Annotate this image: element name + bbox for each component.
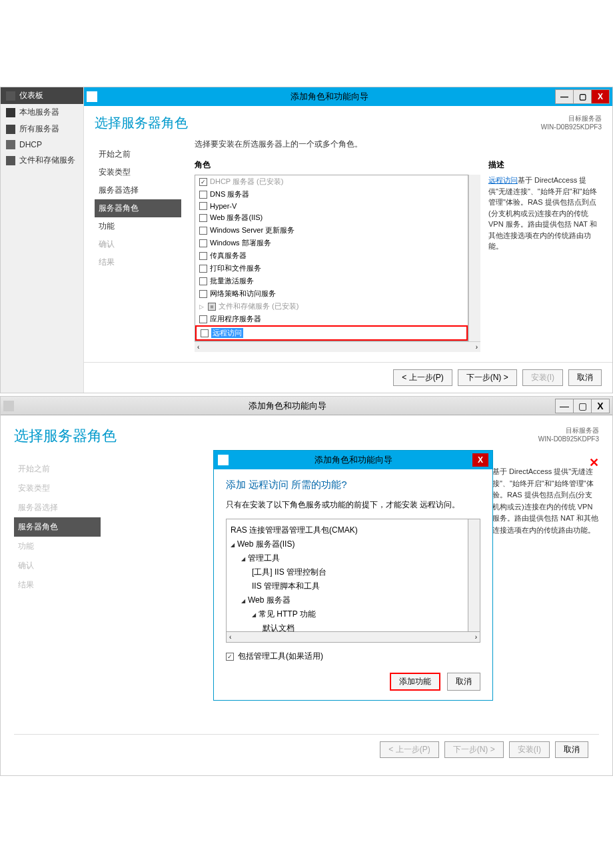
maximize-button[interactable]: ▢ [573, 89, 592, 104]
checkbox-icon[interactable] [199, 239, 207, 247]
checkbox-icon[interactable] [199, 290, 207, 298]
dialog-close-button[interactable]: X [472, 453, 488, 467]
role-dhcp[interactable]: DHCP 服务器 (已安装) [195, 175, 468, 188]
wizard-window-1: 仪表板 本地服务器 所有服务器 DHCP 文件和存储服务 添加角色和 [0, 87, 613, 393]
step-confirm: 确认 [95, 235, 181, 253]
role-iis[interactable]: Web 服务器(IIS) [195, 211, 468, 224]
add-features-dialog: 添加角色和功能向导 X 添加 远程访问 所需的功能? 只有在安装了以下角色服务或… [213, 450, 493, 701]
step-before[interactable]: 开始之前 [95, 145, 181, 163]
dialog-message: 只有在安装了以下角色服务或功能的前提下，才能安装 远程访问。 [226, 499, 480, 511]
step-features[interactable]: 功能 [95, 217, 181, 235]
sidebar-item-dhcp[interactable]: DHCP [1, 137, 83, 152]
role-label: Hyper-V [210, 202, 237, 210]
step-server-select: 服务器选择 [14, 498, 101, 517]
sidebar-label: DHCP [19, 140, 42, 149]
checkbox-icon[interactable] [199, 252, 207, 260]
server-icon [6, 108, 15, 117]
role-vamt[interactable]: 批量激活服务 [195, 275, 468, 287]
role-dns[interactable]: DNS 服务器 [195, 188, 468, 201]
checkbox-icon[interactable] [199, 277, 207, 285]
roles-listbox[interactable]: DHCP 服务器 (已安装) DNS 服务器 Hyper-V Web 服务器(I… [195, 175, 468, 341]
wizard-steps: 开始之前 安装类型 服务器选择 服务器角色 功能 确认 结果 [14, 459, 101, 734]
role-print[interactable]: 打印和文件服务 [195, 262, 468, 275]
sidebar-item-local[interactable]: 本地服务器 [1, 104, 83, 121]
required-features-tree[interactable]: RAS 连接管理器管理工具包(CMAK) Web 服务器(IIS) 管理工具 [… [226, 519, 468, 632]
step-server-select[interactable]: 服务器选择 [95, 181, 181, 199]
expand-icon[interactable]: ▷ [199, 303, 204, 310]
step-features: 功能 [14, 537, 101, 556]
close-button[interactable]: X [591, 399, 610, 413]
role-fax[interactable]: 传真服务器 [195, 249, 468, 262]
checkbox-icon[interactable] [199, 265, 207, 273]
target-label: 目标服务器 [538, 426, 599, 435]
feature-iis[interactable]: Web 服务器(IIS) [231, 537, 464, 551]
target-label: 目标服务器 [541, 114, 602, 123]
feature-webserver[interactable]: Web 服务器 [231, 593, 464, 607]
step-type[interactable]: 安装类型 [95, 163, 181, 181]
next-button[interactable]: 下一步(N) > [458, 369, 517, 386]
sidebar-label: 文件和存储服务 [19, 155, 75, 166]
include-tools-checkbox[interactable] [226, 653, 234, 661]
include-tools-row[interactable]: 包括管理工具(如果适用) [226, 651, 480, 662]
vertical-scrollbar[interactable] [468, 175, 480, 341]
dialog-titlebar: 添加角色和功能向导 X [214, 451, 492, 469]
sidebar-label: 本地服务器 [19, 107, 59, 118]
role-hyperv[interactable]: Hyper-V [195, 201, 468, 211]
checkbox-icon[interactable] [201, 329, 209, 337]
sidebar-item-all[interactable]: 所有服务器 [1, 121, 83, 137]
instruction-text: 选择要安装在所选服务器上的一个或多个角色。 [195, 139, 602, 150]
role-label: 应用程序服务器 [210, 314, 261, 324]
step-server-roles[interactable]: 服务器角色 [95, 199, 181, 217]
checkbox-icon[interactable] [199, 178, 207, 186]
wizard-buttons: < 上一步(P) 下一步(N) > 安装(I) 取消 [14, 734, 599, 765]
roles-header: 角色 [195, 159, 480, 171]
add-features-button[interactable]: 添加功能 [390, 673, 440, 691]
feature-default-doc: 默认文档 [231, 621, 464, 635]
target-server-name: WIN-D0B925KDPF3 [541, 123, 602, 131]
minimize-button[interactable]: — [555, 89, 574, 104]
sidebar-item-dashboard[interactable]: 仪表板 [1, 87, 83, 104]
server-manager-sidebar: 仪表板 本地服务器 所有服务器 DHCP 文件和存储服务 [1, 87, 84, 393]
feature-cmak: RAS 连接管理器管理工具包(CMAK) [231, 523, 464, 537]
window-title: 添加角色和功能向导 [103, 91, 556, 103]
desc-body: 基于 DirectAccess 提供"无缝连接"、"始终开启"和"始终管理"体验… [488, 176, 597, 250]
window-title: 添加角色和功能向导 [19, 400, 556, 412]
role-nps[interactable]: 网络策略和访问服务 [195, 287, 468, 300]
role-appserver[interactable]: 应用程序服务器 [195, 313, 468, 325]
role-remote-access[interactable]: 远程访问 [195, 325, 468, 341]
prev-button[interactable]: < 上一步(P) [393, 369, 452, 386]
checkbox-icon[interactable] [199, 227, 207, 235]
cancel-button[interactable]: 取消 [568, 369, 602, 386]
vertical-scrollbar[interactable] [468, 519, 480, 632]
step-server-roles: 服务器角色 [14, 517, 101, 537]
titlebar: 添加角色和功能向导 — ▢ X [1, 397, 612, 415]
dialog-cancel-button[interactable]: 取消 [447, 673, 480, 691]
checkbox-icon[interactable] [199, 202, 207, 210]
role-file-storage[interactable]: ▷■文件和存储服务 (已安装) [195, 300, 468, 313]
feature-http[interactable]: 常见 HTTP 功能 [231, 607, 464, 621]
checkbox-icon[interactable] [199, 315, 207, 323]
dhcp-icon [6, 140, 15, 149]
role-rds[interactable]: 远程桌面服务 [195, 341, 468, 341]
sidebar-item-file[interactable]: 文件和存储服务 [1, 152, 83, 169]
maximize-button[interactable]: ▢ [573, 399, 592, 413]
step-results: 结果 [14, 575, 101, 595]
sidebar-label: 所有服务器 [19, 123, 59, 135]
role-label: 传真服务器 [210, 251, 247, 261]
checkbox-icon[interactable] [199, 191, 207, 199]
role-wsus[interactable]: Windows Server 更新服务 [195, 224, 468, 237]
minimize-button[interactable]: — [555, 399, 574, 413]
role-wds[interactable]: Windows 部署服务 [195, 237, 468, 249]
cancel-button[interactable]: 取消 [555, 741, 588, 758]
desc-link[interactable]: 远程访问 [488, 176, 518, 184]
desc-header: 描述 [488, 159, 602, 171]
next-button: 下一步(N) > [444, 741, 504, 758]
role-label: Web 服务器(IIS) [210, 213, 263, 223]
step-confirm: 确认 [14, 556, 101, 575]
servers-icon [6, 125, 15, 134]
checkbox-icon[interactable] [199, 214, 207, 222]
horizontal-scrollbar[interactable]: ‹› [195, 341, 480, 352]
close-button[interactable]: X [591, 89, 610, 104]
feature-mgmt-tools[interactable]: 管理工具 [231, 551, 464, 565]
checkbox-icon[interactable]: ■ [208, 303, 216, 311]
